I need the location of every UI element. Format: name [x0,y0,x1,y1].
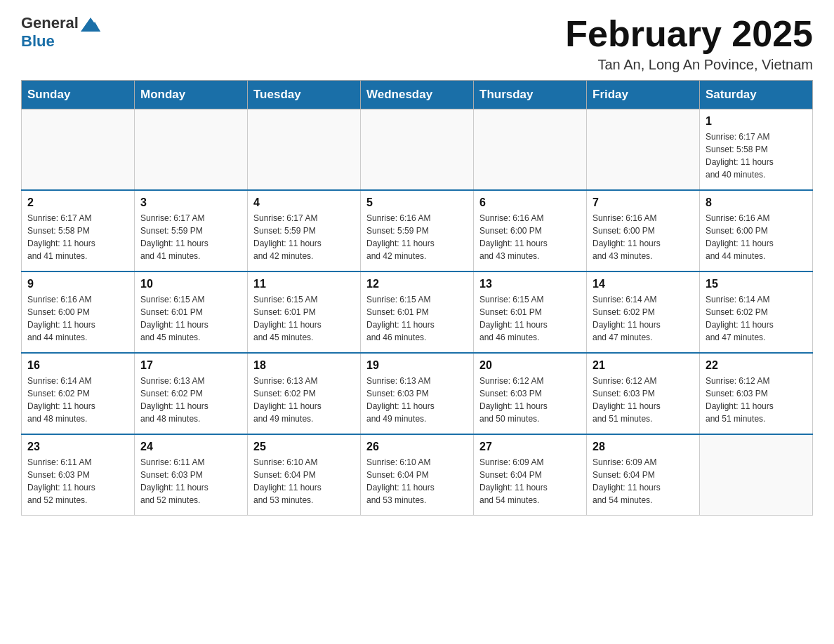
day-number: 21 [593,359,694,372]
day-info: Sunrise: 6:17 AM Sunset: 5:59 PM Dayligh… [253,212,355,262]
location-subtitle: Tan An, Long An Povince, Vietnam [565,57,813,73]
day-info: Sunrise: 6:12 AM Sunset: 6:03 PM Dayligh… [706,375,807,425]
calendar-cell: 4Sunrise: 6:17 AM Sunset: 5:59 PM Daylig… [248,190,361,271]
calendar-cell: 28Sunrise: 6:09 AM Sunset: 6:04 PM Dayli… [587,434,700,516]
calendar-cell: 12Sunrise: 6:15 AM Sunset: 6:01 PM Dayli… [361,271,474,353]
day-number: 25 [253,441,355,453]
day-info: Sunrise: 6:15 AM Sunset: 6:01 PM Dayligh… [366,293,468,344]
day-number: 18 [253,359,355,372]
calendar-cell: 19Sunrise: 6:13 AM Sunset: 6:03 PM Dayli… [361,353,474,434]
calendar-cell: 7Sunrise: 6:16 AM Sunset: 6:00 PM Daylig… [587,190,700,271]
day-info: Sunrise: 6:09 AM Sunset: 6:04 PM Dayligh… [479,456,581,507]
calendar-cell: 24Sunrise: 6:11 AM Sunset: 6:03 PM Dayli… [135,434,248,516]
day-number: 14 [593,278,694,290]
day-number: 10 [140,278,241,290]
day-header-tuesday: Tuesday [248,81,361,109]
day-number: 4 [253,196,355,209]
day-number: 20 [479,359,581,372]
calendar-cell: 2Sunrise: 6:17 AM Sunset: 5:58 PM Daylig… [22,190,135,271]
calendar-cell: 11Sunrise: 6:15 AM Sunset: 6:01 PM Dayli… [248,271,361,353]
day-number: 8 [706,196,807,209]
day-header-sunday: Sunday [22,81,135,109]
day-info: Sunrise: 6:11 AM Sunset: 6:03 PM Dayligh… [27,456,128,507]
calendar-cell [700,434,813,516]
calendar-cell: 23Sunrise: 6:11 AM Sunset: 6:03 PM Dayli… [22,434,135,516]
logo-general-text: General [21,14,79,32]
day-number: 1 [706,115,807,128]
calendar-cell [361,109,474,191]
day-info: Sunrise: 6:13 AM Sunset: 6:02 PM Dayligh… [253,375,355,425]
calendar-cell: 14Sunrise: 6:14 AM Sunset: 6:02 PM Dayli… [587,271,700,353]
calendar-cell: 10Sunrise: 6:15 AM Sunset: 6:01 PM Dayli… [135,271,248,353]
day-number: 13 [479,278,581,290]
logo-mountain-icon [81,15,100,32]
calendar-cell: 3Sunrise: 6:17 AM Sunset: 5:59 PM Daylig… [135,190,248,271]
day-info: Sunrise: 6:16 AM Sunset: 6:00 PM Dayligh… [593,212,694,262]
day-info: Sunrise: 6:17 AM Sunset: 5:59 PM Dayligh… [140,212,241,262]
day-number: 3 [140,196,241,209]
calendar-cell: 18Sunrise: 6:13 AM Sunset: 6:02 PM Dayli… [248,353,361,434]
day-info: Sunrise: 6:11 AM Sunset: 6:03 PM Dayligh… [140,456,241,507]
calendar-cell: 20Sunrise: 6:12 AM Sunset: 6:03 PM Dayli… [474,353,587,434]
day-number: 17 [140,359,241,372]
calendar-cell: 22Sunrise: 6:12 AM Sunset: 6:03 PM Dayli… [700,353,813,434]
calendar-cell: 6Sunrise: 6:16 AM Sunset: 6:00 PM Daylig… [474,190,587,271]
calendar-cell: 16Sunrise: 6:14 AM Sunset: 6:02 PM Dayli… [22,353,135,434]
calendar-cell [22,109,135,191]
day-info: Sunrise: 6:10 AM Sunset: 6:04 PM Dayligh… [366,456,468,507]
day-number: 15 [706,278,807,290]
calendar-cell: 8Sunrise: 6:16 AM Sunset: 6:00 PM Daylig… [700,190,813,271]
calendar-cell: 15Sunrise: 6:14 AM Sunset: 6:02 PM Dayli… [700,271,813,353]
page-header: General Blue February 2025 Tan An, Long … [21,14,813,73]
day-info: Sunrise: 6:13 AM Sunset: 6:02 PM Dayligh… [140,375,241,425]
day-info: Sunrise: 6:16 AM Sunset: 6:00 PM Dayligh… [706,212,807,262]
calendar-cell: 26Sunrise: 6:10 AM Sunset: 6:04 PM Dayli… [361,434,474,516]
day-number: 22 [706,359,807,372]
calendar-header-row: SundayMondayTuesdayWednesdayThursdayFrid… [22,81,813,109]
day-number: 5 [366,196,468,209]
day-info: Sunrise: 6:17 AM Sunset: 5:58 PM Dayligh… [706,130,807,181]
day-info: Sunrise: 6:14 AM Sunset: 6:02 PM Dayligh… [27,375,128,425]
calendar-week-row: 9Sunrise: 6:16 AM Sunset: 6:00 PM Daylig… [22,271,813,353]
day-number: 16 [27,359,128,372]
day-header-monday: Monday [135,81,248,109]
day-info: Sunrise: 6:10 AM Sunset: 6:04 PM Dayligh… [253,456,355,507]
calendar-cell [248,109,361,191]
day-info: Sunrise: 6:16 AM Sunset: 6:00 PM Dayligh… [479,212,581,262]
calendar-cell: 1Sunrise: 6:17 AM Sunset: 5:58 PM Daylig… [700,109,813,191]
day-header-wednesday: Wednesday [361,81,474,109]
day-info: Sunrise: 6:15 AM Sunset: 6:01 PM Dayligh… [140,293,241,344]
calendar-cell: 25Sunrise: 6:10 AM Sunset: 6:04 PM Dayli… [248,434,361,516]
day-info: Sunrise: 6:17 AM Sunset: 5:58 PM Dayligh… [27,212,128,262]
day-info: Sunrise: 6:16 AM Sunset: 6:00 PM Dayligh… [27,293,128,344]
day-number: 9 [27,278,128,290]
calendar-cell: 17Sunrise: 6:13 AM Sunset: 6:02 PM Dayli… [135,353,248,434]
day-info: Sunrise: 6:12 AM Sunset: 6:03 PM Dayligh… [479,375,581,425]
day-number: 28 [593,441,694,453]
day-number: 24 [140,441,241,453]
day-header-friday: Friday [587,81,700,109]
day-number: 11 [253,278,355,290]
day-number: 6 [479,196,581,209]
calendar-week-row: 16Sunrise: 6:14 AM Sunset: 6:02 PM Dayli… [22,353,813,434]
day-number: 27 [479,441,581,453]
day-number: 19 [366,359,468,372]
day-info: Sunrise: 6:15 AM Sunset: 6:01 PM Dayligh… [253,293,355,344]
logo-icon [81,15,100,32]
calendar-week-row: 23Sunrise: 6:11 AM Sunset: 6:03 PM Dayli… [22,434,813,516]
day-number: 26 [366,441,468,453]
day-info: Sunrise: 6:16 AM Sunset: 5:59 PM Dayligh… [366,212,468,262]
title-area: February 2025 Tan An, Long An Povince, V… [565,14,813,73]
logo-blue-text: Blue [21,32,55,50]
day-number: 7 [593,196,694,209]
day-number: 2 [27,196,128,209]
calendar-cell: 5Sunrise: 6:16 AM Sunset: 5:59 PM Daylig… [361,190,474,271]
day-info: Sunrise: 6:12 AM Sunset: 6:03 PM Dayligh… [593,375,694,425]
day-header-thursday: Thursday [474,81,587,109]
calendar-cell [474,109,587,191]
calendar-cell: 13Sunrise: 6:15 AM Sunset: 6:01 PM Dayli… [474,271,587,353]
logo: General Blue [21,14,100,51]
day-info: Sunrise: 6:14 AM Sunset: 6:02 PM Dayligh… [706,293,807,344]
day-info: Sunrise: 6:15 AM Sunset: 6:01 PM Dayligh… [479,293,581,344]
calendar-cell: 9Sunrise: 6:16 AM Sunset: 6:00 PM Daylig… [22,271,135,353]
